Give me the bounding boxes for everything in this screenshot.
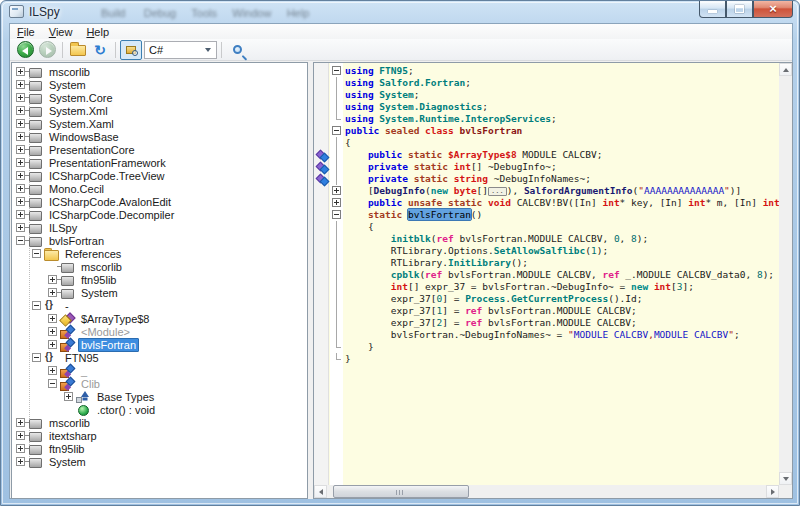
expand-icon[interactable] bbox=[16, 158, 25, 167]
horizontal-scroll-thumb[interactable] bbox=[333, 485, 469, 498]
tree-item-windowsbase[interactable]: WindowsBase bbox=[12, 130, 307, 143]
menu-view[interactable]: View bbox=[42, 25, 80, 39]
tree-item-ftn95lib[interactable]: ftn95lib bbox=[12, 273, 307, 286]
minimize-button[interactable] bbox=[699, 1, 726, 18]
scroll-right-button[interactable] bbox=[766, 485, 779, 498]
tree-item-mscorlib[interactable]: mscorlib bbox=[12, 260, 307, 273]
open-assembly-button[interactable] bbox=[67, 40, 89, 60]
tree-item-system-core[interactable]: System.Core bbox=[12, 91, 307, 104]
tree-item-base-types[interactable]: Base Types bbox=[12, 390, 307, 403]
expand-icon[interactable] bbox=[16, 93, 25, 102]
expand-icon[interactable] bbox=[48, 340, 57, 349]
titlebar[interactable]: ILSpy Build Debug Tools Window Help × bbox=[1, 1, 799, 23]
code-token: { bbox=[345, 221, 374, 232]
collapse-icon[interactable] bbox=[32, 249, 41, 258]
tree-item-bvlsfortran[interactable]: bvlsFortran bbox=[12, 338, 307, 351]
horizontal-scrollbar[interactable] bbox=[314, 485, 779, 498]
search-button[interactable] bbox=[226, 40, 248, 60]
back-button[interactable] bbox=[14, 40, 36, 60]
expand-icon[interactable] bbox=[64, 392, 73, 401]
fold-line-end bbox=[336, 353, 341, 360]
fold-expand-marker[interactable] bbox=[332, 198, 341, 207]
tree-item-system[interactable]: System bbox=[12, 78, 307, 91]
tree-item-bvlsfortran[interactable]: bvlsFortran bbox=[12, 234, 307, 247]
fold-line bbox=[336, 221, 337, 233]
scroll-down-button[interactable] bbox=[779, 472, 792, 485]
expand-icon[interactable] bbox=[16, 119, 25, 128]
assembly-icon bbox=[60, 261, 74, 273]
fold-expand-marker[interactable] bbox=[332, 186, 341, 195]
tree-item-itextsharp[interactable]: itextsharp bbox=[12, 429, 307, 442]
expand-icon[interactable] bbox=[48, 314, 57, 323]
collapse-icon[interactable] bbox=[16, 236, 25, 245]
tree-item--arraytype-8[interactable]: $ArrayType$8 bbox=[12, 312, 307, 325]
open-from-gac-button[interactable] bbox=[120, 40, 142, 60]
expand-icon[interactable] bbox=[16, 431, 25, 440]
tree-item--[interactable]: - bbox=[12, 299, 307, 312]
expand-icon[interactable] bbox=[16, 223, 25, 232]
fold-collapse-marker[interactable] bbox=[332, 210, 341, 219]
expand-icon[interactable] bbox=[16, 106, 25, 115]
expand-icon[interactable] bbox=[16, 171, 25, 180]
tree-item-presentationframework[interactable]: PresentationFramework bbox=[12, 156, 307, 169]
tree-item-icsharpcode-treeview[interactable]: ICSharpCode.TreeView bbox=[12, 169, 307, 182]
tree-item-system[interactable]: System bbox=[12, 286, 307, 299]
menu-help[interactable]: Help bbox=[79, 25, 116, 39]
expand-icon[interactable] bbox=[48, 275, 57, 284]
tree-item-system[interactable]: System bbox=[12, 455, 307, 468]
code-token: ref bbox=[425, 269, 448, 280]
expand-icon[interactable] bbox=[16, 80, 25, 89]
tree-item-clib[interactable]: Clib bbox=[12, 377, 307, 390]
expand-icon[interactable] bbox=[16, 418, 25, 427]
expand-icon[interactable] bbox=[16, 145, 25, 154]
tree-item-references[interactable]: References bbox=[12, 247, 307, 260]
assembly-tree-pane[interactable]: mscorlibSystemSystem.CoreSystem.XmlSyste… bbox=[11, 62, 308, 499]
collapse-icon[interactable] bbox=[32, 301, 41, 310]
tree-item-system-xml[interactable]: System.Xml bbox=[12, 104, 307, 117]
language-select[interactable]: C# bbox=[144, 41, 217, 59]
decompiled-code-area[interactable]: using FTN95;using Salford.Fortran;using … bbox=[343, 63, 779, 485]
expand-icon[interactable] bbox=[16, 132, 25, 141]
expand-icon[interactable] bbox=[16, 210, 25, 219]
code-line: initblk(ref bvlsFortran.MODULE CALCBV, 0… bbox=[345, 233, 779, 245]
tree-item-ftn95[interactable]: FTN95 bbox=[12, 351, 307, 364]
expand-icon[interactable] bbox=[16, 444, 25, 453]
code-pane[interactable]: using FTN95;using Salford.Fortran;using … bbox=[313, 62, 793, 499]
tree-item-system-xaml[interactable]: System.Xaml bbox=[12, 117, 307, 130]
vertical-scrollbar[interactable] bbox=[779, 63, 792, 485]
tree-item-mscorlib[interactable]: mscorlib bbox=[12, 65, 307, 78]
fold-collapse-marker[interactable] bbox=[332, 126, 341, 135]
expand-icon[interactable] bbox=[48, 327, 57, 336]
tree-item-label: Base Types bbox=[94, 391, 157, 403]
highlighted-identifier[interactable]: bvlsFortran bbox=[408, 209, 471, 220]
chevron-down-icon[interactable] bbox=[201, 43, 215, 57]
code-token: MODULE CALCBV bbox=[574, 329, 648, 340]
tree-item--[interactable]: _ bbox=[12, 364, 307, 377]
expand-icon[interactable] bbox=[16, 457, 25, 466]
tree-item--module-[interactable]: <Module> bbox=[12, 325, 307, 338]
close-button[interactable]: × bbox=[753, 1, 793, 18]
collapse-icon[interactable] bbox=[32, 353, 41, 362]
expand-icon[interactable] bbox=[16, 197, 25, 206]
collapse-icon[interactable] bbox=[48, 379, 57, 388]
tree-item-mscorlib[interactable]: mscorlib bbox=[12, 416, 307, 429]
tree-item-icsharpcode-avalonedit[interactable]: ICSharpCode.AvalonEdit bbox=[12, 195, 307, 208]
forward-button[interactable] bbox=[36, 40, 58, 60]
tree-item-icsharpcode-decompiler[interactable]: ICSharpCode.Decompiler bbox=[12, 208, 307, 221]
scroll-left-button[interactable] bbox=[314, 485, 327, 498]
expand-icon[interactable] bbox=[16, 184, 25, 193]
refresh-button[interactable]: ↻ bbox=[89, 40, 111, 60]
tree-item-ftn95lib[interactable]: ftn95lib bbox=[12, 442, 307, 455]
tree-item-ilspy[interactable]: ILSpy bbox=[12, 221, 307, 234]
expand-icon[interactable] bbox=[48, 288, 57, 297]
tree-item-mono-cecil[interactable]: Mono.Cecil bbox=[12, 182, 307, 195]
menu-file[interactable]: File bbox=[10, 25, 42, 39]
fold-line bbox=[336, 89, 337, 101]
expand-icon[interactable] bbox=[48, 366, 57, 375]
expand-icon[interactable] bbox=[16, 67, 25, 76]
fold-collapse-marker[interactable] bbox=[332, 66, 341, 75]
tree-item-presentationcore[interactable]: PresentationCore bbox=[12, 143, 307, 156]
maximize-button[interactable] bbox=[726, 1, 753, 18]
tree-item--ctor-void[interactable]: .ctor() : void bbox=[12, 403, 307, 416]
scroll-up-button[interactable] bbox=[779, 63, 792, 76]
